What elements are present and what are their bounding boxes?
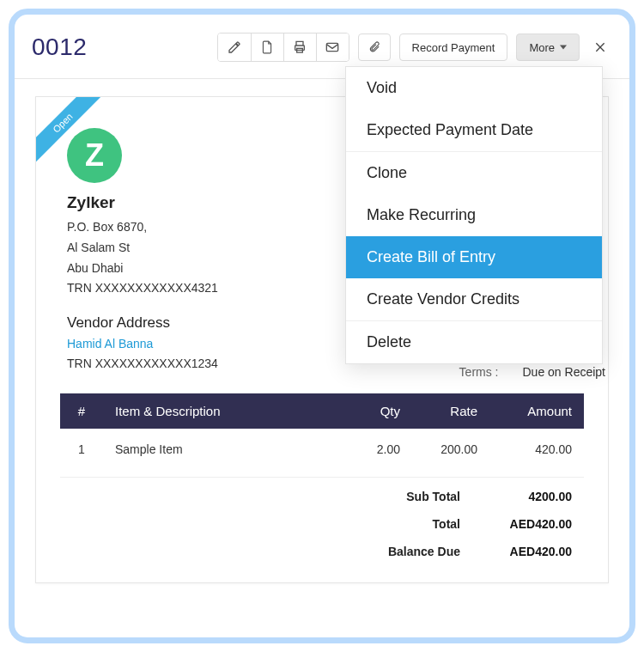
pencil-icon	[228, 40, 241, 54]
cell-index: 1	[60, 429, 103, 470]
line-items-table: # Item & Description Qty Rate Amount 1 S…	[60, 393, 584, 470]
subtotal-label: Sub Total	[331, 490, 460, 503]
menu-create-bill-of-entry[interactable]: Create Bill of Entry	[346, 236, 602, 278]
bill-number: 0012	[32, 34, 87, 61]
menu-void[interactable]: Void	[346, 67, 602, 109]
cell-amount: 420.00	[489, 429, 584, 470]
email-button[interactable]	[316, 34, 349, 61]
menu-clone[interactable]: Clone	[346, 152, 602, 194]
totals-block: Sub Total 4200.00 Total AED420.00 Balanc…	[60, 490, 584, 558]
table-separator	[60, 477, 584, 478]
close-button[interactable]	[588, 35, 612, 59]
subtotal-row: Sub Total 4200.00	[331, 490, 572, 503]
paperclip-icon	[368, 40, 380, 54]
toolbar: Record Payment More	[217, 33, 612, 62]
attachment-button[interactable]	[358, 34, 391, 61]
status-ribbon: Open	[36, 97, 113, 174]
menu-create-vendor-credits[interactable]: Create Vendor Credits	[346, 278, 602, 320]
col-rate: Rate	[412, 393, 489, 429]
more-button[interactable]: More	[516, 34, 580, 61]
terms-block: Terms : Due on Receipt	[459, 365, 605, 379]
more-dropdown: Void Expected Payment Date Clone Make Re…	[345, 66, 603, 364]
balance-label: Balance Due	[331, 545, 460, 558]
status-badge: Open	[36, 97, 108, 168]
pdf-button[interactable]	[251, 34, 283, 61]
col-qty: Qty	[335, 393, 412, 429]
total-value: AED420.00	[486, 517, 572, 531]
menu-delete[interactable]: Delete	[346, 321, 602, 363]
caret-down-icon	[560, 45, 567, 50]
terms-label: Terms :	[459, 365, 499, 379]
cell-qty: 2.00	[335, 429, 412, 470]
col-hash: #	[60, 393, 103, 429]
edit-button[interactable]	[218, 34, 251, 61]
close-icon	[593, 40, 607, 54]
print-button[interactable]	[283, 34, 316, 61]
menu-expected-payment-date[interactable]: Expected Payment Date	[346, 109, 602, 151]
record-payment-label: Record Payment	[412, 41, 495, 54]
balance-row: Balance Due AED420.00	[331, 545, 572, 558]
bill-detail-panel: 0012	[9, 9, 635, 643]
balance-value: AED420.00	[486, 545, 572, 558]
cell-item: Sample Item	[103, 429, 335, 470]
table-row: 1 Sample Item 2.00 200.00 420.00	[60, 429, 584, 470]
col-amount: Amount	[489, 393, 584, 429]
toolbar-primary-group	[217, 33, 349, 62]
col-item: Item & Description	[103, 393, 335, 429]
subtotal-value: 4200.00	[486, 490, 572, 503]
table-header: # Item & Description Qty Rate Amount	[60, 393, 584, 429]
record-payment-button[interactable]: Record Payment	[399, 34, 508, 61]
svg-rect-2	[326, 43, 337, 51]
print-icon	[293, 40, 307, 54]
cell-rate: 200.00	[412, 429, 489, 470]
more-label: More	[529, 41, 555, 54]
mail-icon	[325, 41, 339, 53]
pdf-icon	[261, 40, 273, 54]
menu-make-recurring[interactable]: Make Recurring	[346, 194, 602, 236]
total-row: Total AED420.00	[331, 517, 572, 531]
terms-value: Due on Receipt	[522, 365, 605, 379]
total-label: Total	[331, 517, 460, 531]
header-bar: 0012	[32, 28, 612, 66]
